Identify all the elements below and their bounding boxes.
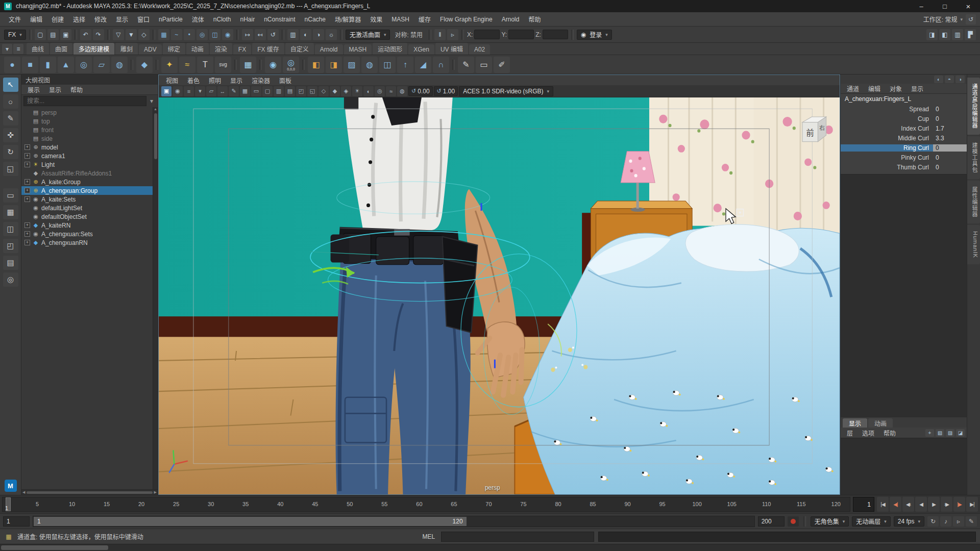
shelf-tab-2[interactable]: 多边形建模 <box>74 43 114 55</box>
save-scene-icon[interactable]: ▣ <box>60 29 71 40</box>
shelf-tab-mash[interactable]: MASH <box>344 44 372 55</box>
bevel-tool[interactable]: ◢ <box>415 57 431 73</box>
channel-attribute-row-ring-curl[interactable]: Ring Curl0 <box>841 143 967 153</box>
menu-item-nparticle[interactable]: nParticle <box>154 12 187 26</box>
expand-toggle-icon[interactable]: + <box>24 162 30 167</box>
play-forwards-button[interactable]: ▶ <box>928 497 940 512</box>
camera-lock-icon[interactable]: ◉ <box>173 86 183 96</box>
outliner-item-a-kaitern[interactable]: +◆A_kaiteRN <box>21 221 153 230</box>
poly-disc-tool[interactable]: ◍ <box>111 57 128 73</box>
outliner-item-a-kaite-sets[interactable]: +◉A_kaite:Sets <box>21 195 153 204</box>
shelf-tab-7[interactable]: 渲染 <box>210 43 232 55</box>
viewport-menu-1[interactable]: 着色 <box>183 76 204 85</box>
snap-to-curve-icon[interactable]: ~ <box>171 29 182 40</box>
outliner-item-camera1[interactable]: +⊕camera1 <box>21 152 153 160</box>
expand-toggle-icon[interactable]: + <box>24 231 30 237</box>
poly-cone-tool[interactable]: ▲ <box>58 57 74 73</box>
shelf-tab-0[interactable]: 曲线 <box>27 43 49 55</box>
horizontal-scrollbar-handle[interactable] <box>1 545 108 550</box>
animation-start-field[interactable]: 1 <box>3 516 30 527</box>
shelf-tab-6[interactable]: 动画 <box>186 43 209 55</box>
move-tool[interactable]: ✜ <box>3 128 18 142</box>
gamma-field[interactable]: ↺ 1.00 <box>434 86 458 96</box>
channel-attribute-value[interactable]: 0 <box>933 164 967 171</box>
safe-action-icon[interactable]: ◰ <box>296 86 306 96</box>
outliner-horizontal-scrollbar[interactable]: ◀ ▶ <box>21 489 158 495</box>
shelf-tab-menu-icon[interactable]: ▾ <box>2 44 12 54</box>
safe-title-icon[interactable]: ◱ <box>307 86 317 96</box>
wireframe-icon[interactable]: ◇ <box>318 86 329 96</box>
lasso-tool[interactable]: ○ <box>3 94 18 109</box>
sync-layers-button[interactable]: ◪ <box>956 429 965 437</box>
close-button[interactable]: × <box>957 0 980 12</box>
separate-tool[interactable]: ◨ <box>326 57 342 73</box>
shelf-tab-fx[interactable]: FX <box>233 44 251 55</box>
outliner-menu-1[interactable]: 显示 <box>45 85 65 94</box>
snap-align-tool[interactable]: ◎0,0,0 <box>283 57 299 73</box>
menu-item-nconstraint[interactable]: nConstraint <box>259 12 300 26</box>
outliner-item-a-chengxuanrn[interactable]: +◆A_chengxuanRN <box>21 238 153 247</box>
open-scene-icon[interactable]: ▤ <box>47 29 59 40</box>
outliner-item-a-chengxuan-sets[interactable]: +◉A_chengxuan:Sets <box>21 230 153 238</box>
shelf-tab-5[interactable]: 绑定 <box>163 43 185 55</box>
exposure-field[interactable]: ↺ 0.00 <box>408 86 433 96</box>
playback-speed-icon[interactable]: ▹ <box>953 516 964 527</box>
menu-item-arnold[interactable]: Arnold <box>497 12 524 26</box>
expand-toggle-icon[interactable]: + <box>24 196 30 202</box>
mel-command-input[interactable] <box>441 532 594 542</box>
shelf-tab-a02[interactable]: A02 <box>469 44 490 55</box>
undo-icon[interactable]: ↶ <box>80 29 91 40</box>
channel-menu-2[interactable]: 对象 <box>886 84 906 93</box>
shelf-options-icon[interactable]: ≡ <box>13 44 23 54</box>
shelf-tab-10[interactable]: 自定义 <box>285 43 314 55</box>
outliner-menu-2[interactable]: 帮助 <box>66 85 87 94</box>
channel-menu-1[interactable]: 编辑 <box>864 84 885 93</box>
persp-graph-layout-button[interactable]: ◰ <box>3 239 18 253</box>
character-set-dropdown[interactable]: 无角色集 ▾ <box>811 516 849 527</box>
step-back-key-button[interactable]: ◀| <box>890 497 901 512</box>
layer-menu-0[interactable]: 层 <box>843 429 857 437</box>
layer-options-button[interactable]: ▨ <box>946 429 954 437</box>
scroll-left-icon[interactable]: ◀ <box>22 490 25 494</box>
outliner-item-persp[interactable]: ▤persp <box>21 108 153 117</box>
step-back-frame-button[interactable]: ◀‹ <box>902 497 914 512</box>
mute-audio-icon[interactable]: ♪ <box>940 516 951 527</box>
poly-cylinder-tool[interactable]: ▮ <box>40 57 56 73</box>
viewport-menu-2[interactable]: 照明 <box>205 76 225 85</box>
snap-together-tool[interactable]: ◉ <box>265 57 281 73</box>
channel-attribute-value[interactable]: 0 <box>933 106 967 113</box>
channel-speed-slow-icon[interactable]: ◐ <box>934 76 943 83</box>
channel-attribute-row-spread[interactable]: Spread0 <box>841 104 967 114</box>
grease-pencil-icon[interactable]: ✎ <box>229 86 239 96</box>
menu-item-16[interactable]: 缓存 <box>414 12 435 26</box>
single-pane-layout-button[interactable]: ▭ <box>3 188 18 203</box>
menu-item-5[interactable]: 显示 <box>111 12 133 26</box>
select-object-icon[interactable]: ▼ <box>126 29 137 40</box>
render-view-icon[interactable]: ▥ <box>287 29 299 40</box>
outliner-item-side[interactable]: ▤side <box>21 134 153 143</box>
type-tool[interactable]: T <box>197 57 213 73</box>
workspace-reset-icon[interactable]: ↺ <box>966 14 976 24</box>
menu-item-flow-graph-engine[interactable]: Flow Graph Engine <box>435 12 497 26</box>
sidebar-tab-tab[interactable]: 属性编辑器 <box>967 181 980 223</box>
empty-layer-button[interactable]: + <box>925 429 934 437</box>
expand-toggle-icon[interactable]: + <box>24 240 30 245</box>
pause-evaluation-icon[interactable]: ‖ <box>434 29 446 40</box>
channel-box-toggle-icon[interactable]: ▥ <box>952 29 963 40</box>
render-current-frame-icon[interactable]: ◐ <box>300 29 311 40</box>
minimize-button[interactable]: – <box>910 0 933 12</box>
current-frame-field[interactable]: 1 <box>853 497 874 512</box>
grid-toggle-icon[interactable]: ▦ <box>240 86 250 96</box>
shelf-tab-13[interactable]: 运动图形 <box>373 43 407 55</box>
channel-attribute-row-index-curl[interactable]: Index Curl1.7 <box>841 123 967 133</box>
scroll-up-icon[interactable]: ▲ <box>154 107 157 112</box>
outliner-item-light[interactable]: +☀Light <box>21 160 153 169</box>
smooth-shade-icon[interactable]: ◆ <box>330 86 340 96</box>
colorspace-dropdown[interactable]: ACES 1.0 SDR-video (sRGB) ▾ <box>459 86 553 96</box>
expand-toggle-icon[interactable]: + <box>24 222 30 228</box>
shadows-icon[interactable]: ◐ <box>363 86 374 96</box>
poly-cube-tool[interactable]: ■ <box>22 57 38 73</box>
gamma-reset-icon[interactable]: ↺ <box>437 88 442 94</box>
viewport-menu-5[interactable]: 面板 <box>275 76 296 85</box>
platonic-solid-tool[interactable]: ◆ <box>136 57 153 73</box>
